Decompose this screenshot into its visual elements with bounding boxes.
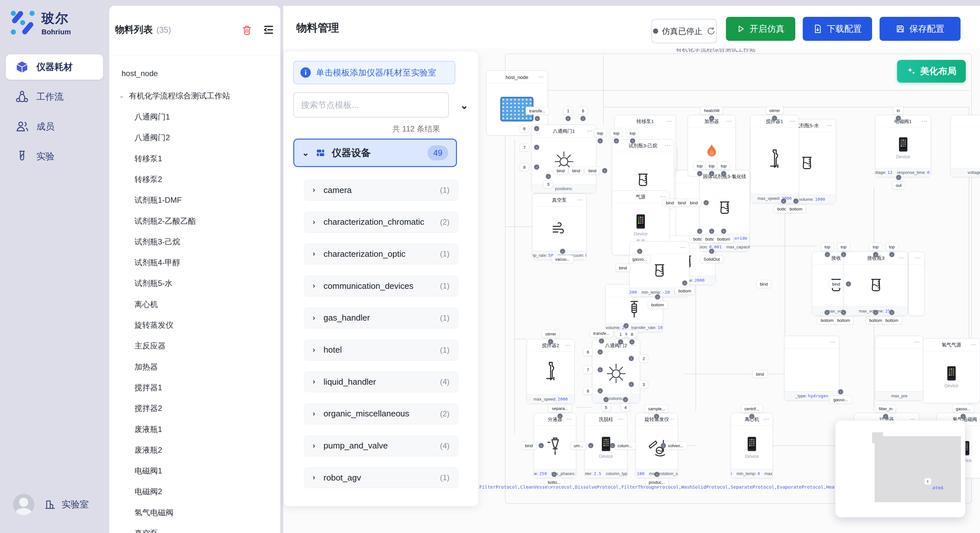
tree-item[interactable]: 主反应器 — [135, 341, 165, 351]
port-handle[interactable]: › — [630, 138, 635, 143]
node-menu-icon[interactable]: ••• — [726, 119, 732, 123]
download-config-button[interactable]: 下载配置 — [803, 17, 872, 41]
tree-item-group[interactable]: ⌄有机化学流程综合测试工作站 — [119, 90, 230, 101]
port-handle[interactable]: › — [896, 175, 901, 180]
node-card[interactable]: ••• — [908, 252, 924, 316]
port-bind[interactable]: bind — [752, 370, 768, 378]
port-centrif[interactable]: centrif... — [741, 405, 763, 413]
port-8[interactable]: 8 — [583, 387, 592, 395]
tree-item[interactable]: 电磁阀1 — [135, 466, 162, 476]
node-menu-icon[interactable]: ••• — [899, 256, 905, 260]
node-menu-icon[interactable]: ••• — [567, 417, 573, 421]
beautify-layout-button[interactable]: 美化布局 — [897, 60, 966, 82]
node-氢气气源[interactable]: 氢气气源•••Device — [923, 338, 980, 403]
port-bottom[interactable]: bottom — [648, 301, 668, 309]
port-handle[interactable]: › — [749, 414, 754, 419]
port-handle[interactable]: › — [889, 310, 894, 315]
port-handle[interactable]: › — [654, 472, 660, 477]
tree-item[interactable]: 加热器 — [135, 362, 158, 372]
node-card[interactable]: •••_type: hydrogen — [784, 336, 839, 401]
node-真空泵[interactable]: 真空泵•••pump_rate: 50max_vacuum: 0.1 — [532, 194, 587, 260]
port-handle[interactable]: › — [709, 171, 714, 176]
port-bottom[interactable]: bottom — [882, 316, 902, 324]
port-handle[interactable]: › — [581, 116, 585, 121]
node-menu-icon[interactable]: ••• — [830, 340, 836, 344]
port-top[interactable]: top — [693, 162, 706, 170]
search-input[interactable] — [293, 92, 449, 117]
subcategory-characterization_optic[interactable]: ›characterization_optic(1) — [304, 244, 458, 264]
port-stirrer[interactable]: stirrer — [541, 330, 559, 338]
tree-item[interactable]: 废液瓶1 — [135, 424, 162, 435]
port-bind[interactable]: bind — [585, 167, 600, 175]
tree-item[interactable]: 废液瓶2 — [135, 445, 162, 455]
port-top[interactable]: top — [594, 129, 607, 137]
tree-item[interactable]: 搅拌器2 — [135, 403, 162, 414]
avatar[interactable] — [13, 494, 34, 515]
port-top[interactable]: top — [610, 129, 623, 137]
port-handle[interactable]: ‹ — [629, 382, 634, 387]
port-handle[interactable]: › — [552, 472, 557, 477]
port-handle[interactable]: › — [654, 414, 659, 419]
tree-item[interactable]: 转移泵2 — [135, 174, 162, 185]
port-top[interactable]: top — [821, 243, 834, 251]
subcategory-hotel[interactable]: ›hotel(1) — [304, 339, 458, 360]
node-搅拌器1[interactable]: 搅拌器1•••max_speed: 2000 — [750, 115, 799, 203]
port-handle[interactable]: › — [603, 397, 609, 402]
port-sample[interactable]: sample... — [644, 405, 669, 413]
port-handle[interactable]: › — [873, 310, 878, 315]
port-handle[interactable]: › — [534, 126, 539, 131]
port-handle[interactable]: › — [697, 228, 702, 234]
port-colum[interactable]: colum... — [614, 442, 636, 450]
port-6[interactable]: 6 — [520, 125, 529, 133]
node-menu-icon[interactable]: ••• — [680, 246, 686, 249]
port-handle[interactable]: ‹ — [661, 443, 666, 448]
port-bottom[interactable]: bottom — [786, 205, 806, 213]
subcategory-organic_miscellaneous[interactable]: ›organic_miscellaneous(2) — [304, 403, 458, 424]
port-um[interactable]: um... — [570, 442, 587, 450]
port-handle[interactable]: › — [896, 116, 901, 121]
port-top[interactable]: top — [869, 243, 882, 251]
sidebar-item-工作流[interactable]: 工作流 — [6, 84, 103, 109]
port-handle[interactable]: › — [618, 339, 623, 344]
node-menu-icon[interactable]: ••• — [827, 124, 832, 127]
port-gasso[interactable]: gasso... — [952, 405, 974, 413]
port-handle[interactable]: › — [565, 116, 571, 121]
port-handle[interactable]: › — [709, 249, 714, 254]
node-搅拌器2[interactable]: 搅拌器2•••max_speed: 2000 — [527, 339, 574, 404]
port-handle[interactable]: › — [599, 338, 604, 344]
port-solven[interactable]: solven... — [664, 442, 687, 450]
node-离心机[interactable]: 离心机•••Devicep: 40min_temp: 4max_spe — [731, 413, 773, 478]
port-handle[interactable]: › — [598, 138, 603, 143]
port-handle[interactable]: › — [598, 388, 603, 393]
port-7[interactable]: 7 — [520, 143, 529, 152]
node-menu-icon[interactable]: ••• — [740, 174, 746, 178]
port-handle[interactable]: › — [623, 397, 628, 402]
port-vacuu[interactable]: vacuu... — [552, 255, 574, 263]
node-menu-icon[interactable]: ••• — [668, 417, 675, 421]
port-4[interactable]: 4 — [620, 403, 630, 412]
port-bottom[interactable]: bottom — [675, 287, 695, 295]
subcategory-communication_devices[interactable]: ›communication_devices(1) — [304, 276, 458, 296]
port-3[interactable]: 3 — [639, 381, 648, 389]
port-top[interactable]: top — [717, 162, 730, 170]
port-bind[interactable]: bind — [569, 167, 584, 175]
port-handle[interactable]: › — [838, 389, 843, 394]
node-menu-icon[interactable]: ••• — [577, 198, 583, 202]
port-bind[interactable]: bind — [829, 280, 844, 288]
port-bind[interactable]: bind — [756, 280, 772, 288]
tree-item[interactable]: 试剂瓶1-DMF — [135, 195, 181, 205]
node-menu-icon[interactable]: ••• — [618, 417, 624, 421]
tree-item[interactable]: 电磁阀2 — [135, 486, 162, 497]
port-bind[interactable]: bind — [522, 442, 537, 450]
port-top[interactable]: top — [885, 243, 898, 251]
trash-icon[interactable] — [242, 24, 253, 35]
port-2[interactable]: 2 — [639, 355, 648, 363]
tree-item[interactable]: 离心机 — [135, 299, 158, 309]
port-handle[interactable]: › — [534, 165, 539, 170]
port-handle[interactable]: › — [602, 168, 607, 173]
subcategory-gas_handler[interactable]: ›gas_handler(1) — [304, 308, 458, 328]
port-bottom[interactable]: bottom — [834, 316, 854, 324]
node-menu-icon[interactable]: ••• — [667, 119, 673, 123]
chevron-down-icon[interactable]: ⌄ — [460, 100, 468, 111]
port-handle[interactable]: › — [961, 414, 966, 419]
